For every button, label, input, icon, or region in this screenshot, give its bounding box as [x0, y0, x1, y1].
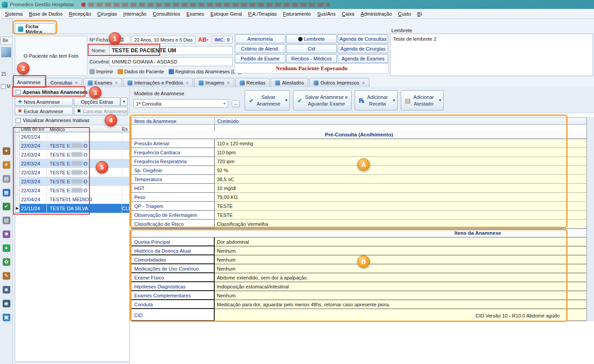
checkbox-icon[interactable]: [16, 90, 21, 95]
content-tab[interactable]: Atestados: [271, 78, 308, 87]
item-value[interactable]: Nenhum: [215, 255, 586, 264]
quick-button[interactable]: Critério de Atend.: [235, 44, 285, 53]
item-value[interactable]: 10 mg/dl: [215, 184, 586, 193]
checkbox-icon[interactable]: [1, 84, 6, 89]
anamnese-list-row[interactable]: 22/03/24 TESTE E O: [15, 159, 129, 168]
item-value[interactable]: 38,5 oC: [215, 175, 586, 184]
anamnese-item-row[interactable]: Conduta Medicação para dor, aguardar pel…: [132, 300, 586, 309]
reminder-memo[interactable]: Teste de lembrete 2: [390, 34, 593, 76]
action-button[interactable]: ✔ Salvar Anamnese e Aguardar Exame: [293, 90, 352, 110]
anamnese-item-row[interactable]: Temperatura 38,5 oC: [132, 175, 586, 184]
menu-item[interactable]: Recepção: [66, 10, 94, 18]
conteudo-column-header[interactable]: Conteúdo: [215, 118, 586, 124]
sidebar-tool-icon[interactable]: ▣: [2, 313, 11, 322]
convenio-field[interactable]: UNIMED GOIANIA - ASDASD: [109, 57, 233, 66]
menu-item[interactable]: Sistema: [2, 10, 26, 18]
anamnese-item-row[interactable]: Pressão Arterial 110 x 120 mmhg: [132, 139, 586, 148]
sidebar-thumbnail-icon[interactable]: [1, 47, 11, 57]
menu-item[interactable]: Caixa: [339, 10, 357, 18]
item-value[interactable]: TESTE: [215, 211, 586, 220]
menu-item[interactable]: Sus/Ans: [314, 10, 339, 18]
menu-item[interactable]: Consultórios: [150, 10, 183, 18]
item-value[interactable]: Abdome extendido, sem dor à apalpação.: [215, 273, 586, 282]
item-value[interactable]: 110 x 120 mmhg: [215, 139, 586, 148]
quick-button[interactable]: Cid: [286, 44, 337, 53]
action-button-dropdown-icon[interactable]: [283, 90, 290, 110]
anamnese-item-row[interactable]: Frequência Respiratória 720 ipm: [132, 157, 586, 166]
menu-item[interactable]: Administração: [357, 10, 395, 18]
sidebar-tool-icon[interactable]: ✱: [2, 229, 11, 238]
item-value[interactable]: 92 %: [215, 166, 586, 175]
anamnese-list-row[interactable]: ▶ 21/11/24 TESTE DA SILVA CLI: [15, 204, 129, 213]
checkbox-apenas-minhas[interactable]: Apenas Minhas Anamneses: [16, 89, 88, 95]
anamnese-item-row[interactable]: QP - Triagem TESTE: [132, 202, 586, 211]
anamnese-list-row[interactable]: 22/03/24 TESTE E O: [15, 150, 129, 159]
sidebar-tool-icon[interactable]: ▦: [2, 188, 11, 197]
opcoes-extras-dropdown-icon[interactable]: [120, 97, 128, 106]
item-value[interactable]: Nenhum: [215, 291, 586, 300]
anamnese-item-row[interactable]: Exames Complementares Nenhum: [132, 291, 586, 300]
content-tab[interactable]: Consultas ×: [46, 78, 82, 87]
nova-anamnese-button[interactable]: ✚ Nova Anamnese: [15, 97, 73, 106]
menu-item[interactable]: P.A./Terapias: [245, 10, 280, 18]
action-button[interactable]: ℞ Adicionar Receita: [355, 90, 391, 110]
quick-button[interactable]: Agenda de Consultas: [338, 34, 388, 43]
sidebar-tool-icon[interactable]: ◉: [2, 299, 11, 308]
extra-column-header[interactable]: Es: [122, 125, 129, 132]
anamnese-item-row[interactable]: Exame Físico Abdome extendido, sem dor à…: [132, 273, 586, 282]
item-value[interactable]: Nenhum: [215, 264, 586, 273]
tab-ficha-medica[interactable]: Ficha Médica: [15, 23, 55, 34]
tab-close-icon[interactable]: ×: [227, 80, 229, 85]
medico-column-header[interactable]: Médico: [47, 125, 122, 132]
patient-link[interactable]: Registros das Anamneses (Log): [169, 69, 242, 74]
item-value[interactable]: TESTE: [215, 202, 586, 211]
content-tab[interactable]: Exames ×: [83, 78, 122, 87]
cid-row[interactable]: CID CID Versão 10 - R10.0 Abdome agudo: [132, 309, 586, 321]
item-value[interactable]: Dor abdominal: [215, 237, 586, 246]
checkbox-icon[interactable]: [16, 118, 21, 123]
sidebar-tool-icon[interactable]: ✎: [2, 271, 11, 280]
sidebar-tool-icon[interactable]: ✔: [2, 202, 11, 211]
menu-item[interactable]: Estoque Geral: [207, 10, 245, 18]
anamnese-item-row[interactable]: Histórico da Doença Atual Nenhum.: [132, 246, 586, 255]
content-tab[interactable]: Anamnese: [13, 77, 45, 87]
quick-button[interactable]: Pedido de Exame: [235, 54, 285, 63]
quick-button[interactable]: Agenda de Exames: [338, 54, 388, 63]
sidebar-checkbox[interactable]: M: [1, 84, 10, 89]
itens-column-header[interactable]: Ítens da Anamnese: [132, 118, 215, 124]
patient-link[interactable]: Imprimir: [89, 69, 113, 74]
checkbox-visualizar-inativas[interactable]: Visualizar Anamneses Inativas: [16, 118, 89, 123]
item-value[interactable]: 110 bpm: [215, 148, 586, 157]
tab-close-icon[interactable]: ×: [115, 80, 118, 85]
item-value[interactable]: Nenhum.: [215, 246, 586, 255]
sidebar-collapsed-tab[interactable]: Be: [0, 37, 12, 45]
modelo-anamnese-select[interactable]: 1ª Consulta: [133, 99, 228, 108]
action-button-dropdown-icon[interactable]: [437, 90, 444, 110]
item-value[interactable]: 79,00 KG: [215, 193, 586, 202]
anamnese-item-row[interactable]: Sp. Oxigênio 92 %: [132, 166, 586, 175]
tab-close-icon[interactable]: ×: [75, 80, 78, 85]
anamnese-item-row[interactable]: Medicações de Uso Contínuo Nenhum: [132, 264, 586, 273]
quick-button[interactable]: Amenorreia: [235, 34, 285, 43]
item-value[interactable]: Classificação Vermelha: [215, 220, 586, 229]
quick-button[interactable]: Recibos - Médicos: [286, 54, 337, 63]
menu-item[interactable]: Faturamento: [280, 10, 314, 18]
sidebar-tool-icon[interactable]: ●: [2, 243, 11, 252]
action-button[interactable]: ✔ Salvar Anamnese: [245, 90, 284, 110]
sidebar-tool-icon[interactable]: ✶: [2, 160, 11, 169]
menu-item[interactable]: Cirurgias: [94, 10, 120, 18]
content-tab[interactable]: Outros Impressos ×: [309, 78, 369, 87]
action-button[interactable]: ▤ Adicionar Atestado: [401, 90, 438, 110]
patient-link[interactable]: Dados do Paciente: [118, 69, 164, 74]
anamnese-item-row[interactable]: Comorbidades Nenhum: [132, 255, 586, 264]
modelo-browse-button[interactable]: ...: [232, 100, 240, 107]
opcoes-extras-button[interactable]: Opções Extras: [74, 97, 120, 106]
cancelar-anamnese-button[interactable]: ✖ Cancelar Anamnese: [74, 107, 128, 115]
anamnese-list-row[interactable]: 22/04/24 TESTE01 MEDICO: [15, 195, 129, 204]
content-tab[interactable]: Imagens ×: [194, 78, 234, 87]
menu-item[interactable]: Custo: [395, 10, 414, 18]
anamnese-list-row[interactable]: 22/03/24 TESTE E O: [15, 141, 129, 150]
content-tab[interactable]: Receitas: [235, 78, 270, 87]
menu-item[interactable]: Internação: [120, 10, 150, 18]
date-column-header[interactable]: Data do Ev: [20, 125, 47, 132]
